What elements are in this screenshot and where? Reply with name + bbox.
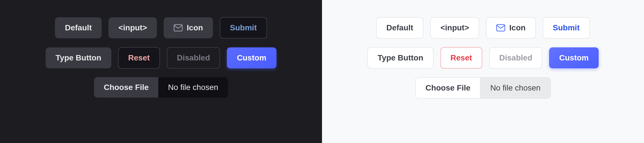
- icon-button[interactable]: Icon: [486, 17, 536, 39]
- mail-icon: [496, 24, 505, 31]
- custom-button[interactable]: Custom: [227, 47, 276, 68]
- disabled-button: Disabled: [167, 47, 220, 69]
- dark-row-3: Choose File No file chosen: [94, 77, 228, 98]
- default-button[interactable]: Default: [376, 17, 423, 39]
- file-input[interactable]: Choose File No file chosen: [415, 77, 551, 99]
- type-button[interactable]: Type Button: [46, 47, 111, 68]
- svg-rect-1: [497, 25, 505, 31]
- file-status: No file chosen: [158, 77, 228, 98]
- file-input[interactable]: Choose File No file chosen: [94, 77, 228, 98]
- file-status: No file chosen: [481, 78, 550, 98]
- dark-row-2: Type Button Reset Disabled Custom: [46, 47, 276, 69]
- light-row-1: Default <input> Icon Submit: [376, 17, 590, 39]
- light-row-2: Type Button Reset Disabled Custom: [367, 47, 598, 69]
- choose-file-button[interactable]: Choose File: [416, 78, 481, 98]
- light-row-3: Choose File No file chosen: [415, 77, 551, 99]
- disabled-button: Disabled: [489, 47, 543, 69]
- reset-button[interactable]: Reset: [440, 47, 482, 69]
- input-button[interactable]: <input>: [108, 17, 157, 38]
- icon-button-label: Icon: [187, 23, 203, 32]
- input-button[interactable]: <input>: [430, 17, 479, 39]
- icon-button-label: Icon: [509, 23, 526, 32]
- type-button[interactable]: Type Button: [367, 47, 433, 69]
- icon-button[interactable]: Icon: [164, 17, 213, 38]
- submit-button[interactable]: Submit: [543, 17, 590, 39]
- svg-rect-0: [174, 25, 182, 31]
- reset-button[interactable]: Reset: [118, 47, 160, 69]
- default-button[interactable]: Default: [55, 17, 102, 38]
- mail-icon: [174, 24, 183, 31]
- custom-button[interactable]: Custom: [549, 47, 598, 68]
- choose-file-button[interactable]: Choose File: [94, 77, 158, 98]
- dark-row-1: Default <input> Icon Submit: [55, 17, 267, 39]
- light-panel: Default <input> Icon Submit Type Button …: [322, 0, 644, 143]
- submit-button[interactable]: Submit: [220, 17, 267, 39]
- dark-panel: Default <input> Icon Submit Type Button …: [0, 0, 322, 143]
